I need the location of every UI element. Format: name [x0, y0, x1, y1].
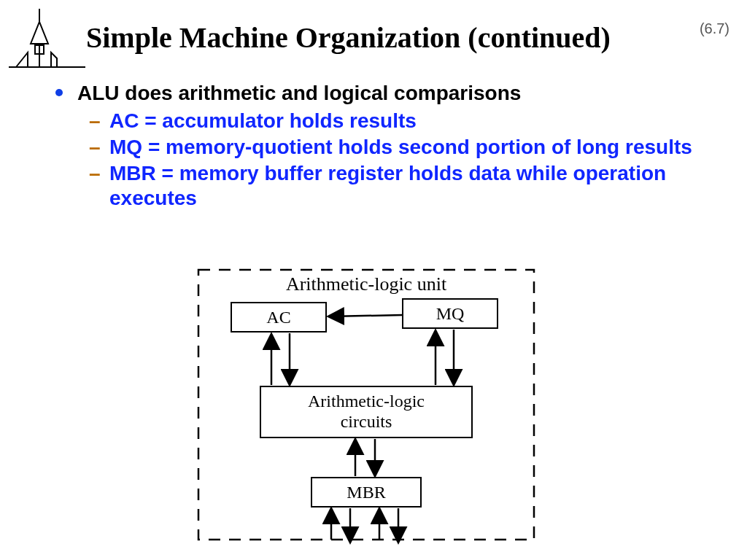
slide: (6.7) Simple Machine Organization (conti… [0, 0, 747, 560]
circuits-box-label-line1: Arithmetic-logic [308, 392, 425, 411]
page-number: (6.7) [700, 20, 729, 37]
svg-line-8 [330, 315, 403, 316]
content-area: ALU does arithmetic and logical comparis… [51, 80, 718, 213]
alu-diagram: Arithmetic-logic unit AC MQ Arithmetic-l… [191, 262, 541, 547]
circuits-box-label-line2: circuits [341, 412, 392, 431]
church-logo-icon [9, 9, 85, 71]
mq-box-label: MQ [436, 304, 465, 323]
slide-title: Simple Machine Organization (continued) [86, 20, 611, 55]
mbr-box-label: MBR [347, 483, 385, 502]
bullet-level-2: AC = accumulator holds results [51, 109, 718, 133]
bullet-level-2: MQ = memory-quotient holds second portio… [51, 135, 718, 160]
svg-marker-1 [31, 22, 48, 44]
bullet-level-1: ALU does arithmetic and logical comparis… [51, 80, 718, 106]
bullet-level-2: MBR = memory buffer register holds data … [51, 161, 718, 211]
diagram-caption: Arithmetic-logic unit [286, 273, 447, 295]
ac-box-label: AC [266, 308, 290, 327]
